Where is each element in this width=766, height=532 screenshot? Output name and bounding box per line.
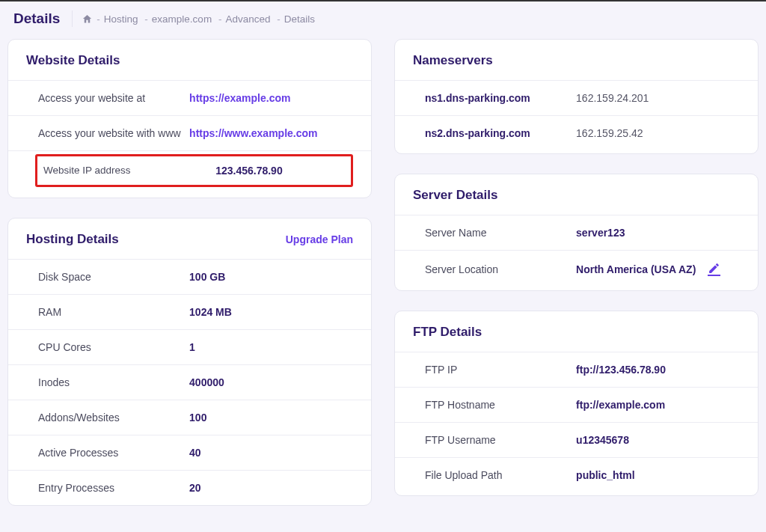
nameserver-row: ns1.dns-parking.com 162.159.24.201	[395, 80, 758, 115]
breadcrumb: - Hosting - example.com - Advanced - Det…	[82, 13, 315, 25]
row-value: 1024 MB	[189, 306, 353, 318]
row-value: 400000	[189, 376, 353, 388]
hosting-row: RAM 1024 MB	[8, 294, 371, 329]
row-label: RAM	[38, 306, 189, 318]
edit-location-button[interactable]	[708, 262, 720, 276]
left-column: Website Details Access your website at h…	[7, 39, 372, 506]
hosting-row: Inodes 400000	[8, 364, 371, 400]
breadcrumb-item[interactable]: Hosting	[104, 13, 138, 25]
row-label: Active Processes	[38, 447, 189, 459]
nameserver-ip: 162.159.25.42	[576, 127, 740, 139]
server-details-card: Server Details Server Name server123 Ser…	[394, 174, 759, 291]
ftp-ip-value: ftp://123.456.78.90	[576, 364, 740, 376]
nameserver-host: ns1.dns-parking.com	[425, 92, 576, 104]
row-label: FTP IP	[425, 364, 576, 376]
ftp-username-value: u12345678	[576, 434, 740, 446]
hosting-row: Entry Processes 20	[8, 470, 371, 505]
row-label: CPU Cores	[38, 341, 189, 353]
row-label: Addons/Websites	[38, 412, 189, 424]
breadcrumb-item[interactable]: Advanced	[225, 13, 270, 25]
row-value: 100 GB	[189, 271, 353, 283]
nameserver-ip: 162.159.24.201	[576, 92, 740, 104]
pencil-icon	[708, 262, 720, 275]
server-location-text: North America (USA AZ)	[576, 263, 696, 275]
ftp-row: FTP Username u12345678	[395, 422, 758, 457]
ftp-upload-path-value: public_html	[576, 469, 740, 481]
nameservers-card: Nameservers ns1.dns-parking.com 162.159.…	[394, 39, 759, 154]
row-label: Server Location	[425, 263, 576, 275]
server-name-value: server123	[576, 227, 740, 239]
right-column: Nameservers ns1.dns-parking.com 162.159.…	[394, 39, 759, 506]
row-value: 40	[189, 447, 353, 459]
row-label: Entry Processes	[38, 482, 189, 494]
row-label: File Upload Path	[425, 469, 576, 481]
hosting-details-card: Hosting Details Upgrade Plan Disk Space …	[7, 218, 372, 506]
upgrade-plan-link[interactable]: Upgrade Plan	[286, 233, 353, 245]
row-label: FTP Hostname	[425, 399, 576, 411]
server-row: Server Name server123	[395, 215, 758, 250]
page-header: Details - Hosting - example.com - Advanc…	[0, 1, 766, 39]
ftp-row: FTP Hostname ftp://example.com	[395, 387, 758, 422]
ftp-details-card: FTP Details FTP IP ftp://123.456.78.90 F…	[394, 311, 759, 496]
breadcrumb-sep: -	[274, 13, 280, 25]
breadcrumb-sep: -	[215, 13, 221, 25]
nameserver-host: ns2.dns-parking.com	[425, 127, 576, 139]
server-row: Server Location North America (USA AZ)	[395, 250, 758, 287]
row-label: Access your website with www	[38, 127, 189, 139]
website-details-card: Website Details Access your website at h…	[7, 39, 372, 198]
row-value: 20	[189, 482, 353, 494]
card-title: Server Details	[413, 188, 497, 203]
home-icon[interactable]	[82, 13, 93, 25]
row-label: Disk Space	[38, 271, 189, 283]
website-access-row: Access your website at https://example.c…	[8, 80, 371, 115]
ftp-row: FTP IP ftp://123.456.78.90	[395, 352, 758, 387]
card-title: Website Details	[26, 53, 120, 68]
card-title: Nameservers	[413, 53, 493, 68]
row-value: 100	[189, 412, 353, 424]
card-title: Hosting Details	[26, 232, 119, 247]
server-location-value: North America (USA AZ)	[576, 262, 740, 276]
row-label: Server Name	[425, 227, 576, 239]
hosting-row: Disk Space 100 GB	[8, 259, 371, 294]
website-ip-highlight: Website IP address 123.456.78.90	[35, 154, 353, 187]
row-label: Website IP address	[43, 165, 215, 177]
row-label: Inodes	[38, 376, 189, 388]
breadcrumb-item[interactable]: Details	[284, 13, 315, 25]
page-title: Details	[13, 10, 73, 27]
hosting-row: CPU Cores 1	[8, 329, 371, 364]
ftp-hostname-value: ftp://example.com	[576, 399, 740, 411]
row-label: Access your website at	[38, 92, 189, 104]
website-ip-value: 123.456.78.90	[215, 165, 351, 177]
card-title: FTP Details	[413, 325, 482, 340]
breadcrumb-sep: -	[142, 13, 148, 25]
nameserver-row: ns2.dns-parking.com 162.159.25.42	[395, 115, 758, 150]
website-access-www-row: Access your website with www https://www…	[8, 115, 371, 150]
breadcrumb-item[interactable]: example.com	[152, 13, 212, 25]
ftp-row: File Upload Path public_html	[395, 457, 758, 492]
row-value: 1	[189, 341, 353, 353]
website-www-url-link[interactable]: https://www.example.com	[189, 127, 353, 139]
hosting-row: Addons/Websites 100	[8, 400, 371, 435]
breadcrumb-sep: -	[96, 13, 100, 25]
hosting-row: Active Processes 40	[8, 435, 371, 470]
row-label: FTP Username	[425, 434, 576, 446]
website-url-link[interactable]: https://example.com	[189, 92, 353, 104]
